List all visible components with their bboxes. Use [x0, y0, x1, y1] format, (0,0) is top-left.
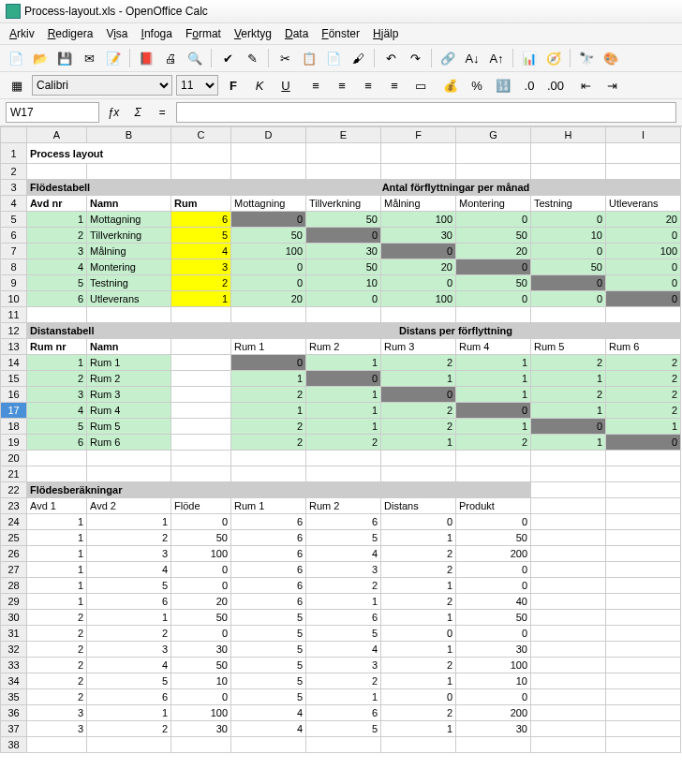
- cell[interactable]: 1: [381, 578, 456, 594]
- cell[interactable]: Rum 6: [606, 339, 681, 355]
- cell[interactable]: [456, 143, 531, 164]
- cell[interactable]: Rum 5: [87, 419, 171, 435]
- cell[interactable]: Mottagning: [231, 196, 306, 212]
- antal-header[interactable]: Antal förflyttningar per månad: [231, 180, 681, 196]
- cell[interactable]: 1: [456, 387, 531, 403]
- cell[interactable]: 2: [87, 721, 171, 737]
- cell[interactable]: 100: [381, 212, 456, 228]
- cell[interactable]: 2: [231, 387, 306, 403]
- cell[interactable]: 2: [456, 435, 531, 451]
- cell[interactable]: [606, 164, 681, 180]
- cell[interactable]: 2: [87, 530, 171, 546]
- spreadsheet-grid[interactable]: ABCDEFGHI1Process layout23FlödestabellAn…: [0, 126, 682, 753]
- align-center-icon[interactable]: ≡: [331, 75, 353, 96]
- row-header-4[interactable]: 4: [1, 196, 27, 212]
- cell[interactable]: 4: [27, 259, 87, 275]
- cell[interactable]: Montering: [456, 196, 531, 212]
- cell[interactable]: [87, 164, 171, 180]
- cell[interactable]: 100: [171, 546, 231, 562]
- cell[interactable]: [171, 143, 231, 164]
- cell[interactable]: 5: [306, 721, 381, 737]
- row-header-2[interactable]: 2: [1, 164, 27, 180]
- cell[interactable]: 3: [306, 658, 381, 673]
- col-header-E[interactable]: E: [306, 127, 381, 143]
- menu-arkiv[interactable]: Arkiv: [4, 25, 40, 42]
- cell[interactable]: 10: [531, 228, 606, 244]
- cell[interactable]: [306, 143, 381, 164]
- preview-icon[interactable]: 🔍: [185, 48, 205, 68]
- add-decimal-icon[interactable]: .0: [518, 75, 541, 96]
- cell[interactable]: 2: [381, 594, 456, 610]
- print-icon[interactable]: 🖨: [160, 48, 181, 68]
- cell[interactable]: [27, 164, 87, 180]
- cell[interactable]: 6: [231, 562, 306, 578]
- align-left-icon[interactable]: ≡: [304, 75, 327, 96]
- cell[interactable]: 1: [306, 689, 381, 705]
- cell[interactable]: [231, 164, 306, 180]
- cell[interactable]: 1: [231, 403, 306, 419]
- cell[interactable]: 0: [231, 259, 306, 275]
- cell[interactable]: 6: [231, 594, 306, 610]
- cell[interactable]: 30: [456, 642, 531, 658]
- cell[interactable]: 50: [456, 530, 531, 546]
- cell[interactable]: 2: [531, 387, 606, 403]
- cell[interactable]: 2: [87, 626, 171, 642]
- cell[interactable]: 4: [27, 403, 87, 419]
- cell[interactable]: 1: [231, 371, 306, 387]
- cell[interactable]: 5: [171, 228, 231, 244]
- row-header-26[interactable]: 26: [1, 546, 27, 562]
- cell[interactable]: 0: [456, 562, 531, 578]
- cell[interactable]: Rum 2: [87, 371, 171, 387]
- cell[interactable]: 0: [531, 291, 606, 307]
- cell[interactable]: 1: [27, 530, 87, 546]
- cell[interactable]: 0: [456, 626, 531, 642]
- italic-button[interactable]: K: [248, 75, 271, 96]
- cell[interactable]: 2: [381, 705, 456, 721]
- align-right-icon[interactable]: ≡: [357, 75, 379, 96]
- cell[interactable]: 1: [306, 419, 381, 435]
- cell[interactable]: Testning: [531, 196, 606, 212]
- cell[interactable]: 0: [606, 435, 681, 451]
- row-header-12[interactable]: 12: [1, 323, 27, 339]
- row-header-20[interactable]: 20: [1, 451, 27, 466]
- cell[interactable]: 2: [27, 642, 87, 658]
- cell[interactable]: 0: [456, 291, 531, 307]
- cell[interactable]: [306, 307, 381, 323]
- cell[interactable]: Utleverans: [606, 196, 681, 212]
- font-size-select[interactable]: 11: [176, 75, 218, 96]
- cell[interactable]: [531, 466, 606, 482]
- cell[interactable]: [231, 737, 306, 753]
- row-header-15[interactable]: 15: [1, 371, 27, 387]
- col-header-F[interactable]: F: [381, 127, 456, 143]
- cell[interactable]: 1: [27, 514, 87, 530]
- cell[interactable]: 0: [531, 244, 606, 259]
- col-header-I[interactable]: I: [606, 127, 681, 143]
- cell[interactable]: [171, 419, 231, 435]
- sort-desc-icon[interactable]: A↑: [486, 48, 507, 68]
- sort-asc-icon[interactable]: A↓: [462, 48, 482, 68]
- menu-format[interactable]: Format: [180, 25, 227, 42]
- cell[interactable]: Produkt: [456, 498, 531, 514]
- cell[interactable]: Namn: [87, 339, 171, 355]
- cell[interactable]: 3: [27, 721, 87, 737]
- cell[interactable]: [171, 451, 231, 466]
- cell[interactable]: 2: [27, 626, 87, 642]
- cell[interactable]: [27, 466, 87, 482]
- row-header-35[interactable]: 35: [1, 689, 27, 705]
- row-header-22[interactable]: 22: [1, 482, 27, 498]
- cell[interactable]: [381, 307, 456, 323]
- underline-button[interactable]: U: [274, 75, 297, 96]
- cell[interactable]: 3: [87, 642, 171, 658]
- cell[interactable]: [171, 435, 231, 451]
- cell[interactable]: Avd 1: [27, 498, 87, 514]
- row-header-17[interactable]: 17: [1, 403, 27, 419]
- currency-icon[interactable]: 💰: [439, 75, 462, 96]
- cell[interactable]: 1: [606, 419, 681, 435]
- cell[interactable]: 1: [381, 435, 456, 451]
- cell[interactable]: 5: [27, 419, 87, 435]
- cell[interactable]: 5: [231, 689, 306, 705]
- row-header-21[interactable]: 21: [1, 466, 27, 482]
- cell[interactable]: 6: [231, 546, 306, 562]
- cell[interactable]: [171, 355, 231, 371]
- cell[interactable]: 0: [171, 626, 231, 642]
